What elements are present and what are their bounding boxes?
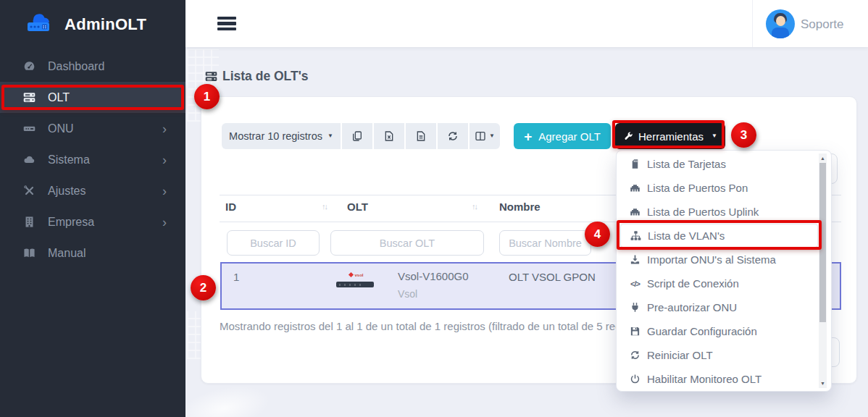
menu-item-label: Habilitar Monitoreo OLT [647,373,761,385]
tools-dropdown-menu: Lista de Tarjetas Lista de Puertos Pon L… [616,150,832,392]
sidebar-item-sistema[interactable]: Sistema › [0,144,185,175]
column-visibility-button[interactable]: ▼ [468,123,500,149]
server-icon [205,70,217,83]
columns-icon [475,130,486,142]
brand-name: AdminOLT [64,15,146,34]
menu-item-guardar-configuracion[interactable]: Guardar Configuración [617,319,831,343]
sort-icon[interactable]: ↑↓ [322,202,327,211]
menu-item-habilitar-monitoreo-olt[interactable]: Habilitar Monitoreo OLT [617,367,831,391]
sidebar-item-dashboard[interactable]: Dashboard [0,51,185,82]
show-entries-select[interactable]: Mostrar 10 registros ▼ [222,123,341,149]
download-icon [629,254,641,266]
menu-item-reiniciar-olt[interactable]: Reiniciar OLT [617,343,831,367]
tools-button[interactable]: Herramientas ▼ [615,123,725,149]
excel-file-icon [383,130,395,142]
copy-button[interactable] [341,123,372,149]
reload-table-button[interactable] [436,123,468,149]
sidebar-item-ajustes[interactable]: Ajustes › [0,175,185,206]
sync-icon [629,350,641,361]
menu-item-importar-onus[interactable]: Importar ONU's al Sistema [617,248,831,271]
sort-icon[interactable]: ↑↓ [472,202,477,211]
page-title-text: Lista de OLT's [222,69,309,84]
vsol-logo-text: vsol [354,273,363,277]
code-icon: </> [629,278,641,290]
sidebar-item-label: Ajustes [48,185,85,198]
chevron-right-icon: › [162,185,167,198]
copy-icon [351,130,363,142]
column-header-id[interactable]: ID [225,201,236,213]
building-icon [22,216,36,229]
menu-icon[interactable] [217,17,236,30]
dropdown-scrollbar[interactable]: ▲ ▼ [819,153,827,388]
onu-device-icon [22,122,36,135]
cell-olt-model: Vsol-V1600G0 [398,270,469,282]
sidebar-item-olt[interactable]: OLT [0,82,185,113]
caret-down-icon: ▼ [711,133,717,139]
cell-nombre: OLT VSOL GPON [509,271,596,283]
sidebar-item-onu[interactable]: ONU › [0,113,185,144]
user-name[interactable]: Soporte [801,17,844,32]
menu-item-label: Lista de Tarjetas [647,158,726,170]
sidebar-item-empresa[interactable]: Empresa › [0,206,185,237]
sidebar-item-label: ONU [48,122,74,135]
chevron-right-icon: › [162,216,167,229]
menu-item-script-de-conexion[interactable]: </> Script de Conexión [617,271,831,295]
menu-item-lista-de-puertos-uplink[interactable]: Lista de Puertos Uplink [617,200,831,224]
topbar-divider [752,0,753,47]
sidebar: AdminOLT Dashboard OLT ONU › [0,0,185,417]
menu-item-label: Importar ONU's al Sistema [647,253,776,266]
chevron-right-icon: › [162,153,167,167]
filter-olt-input[interactable] [330,230,484,256]
sidebar-nav: Dashboard OLT ONU › Sistema [0,51,185,269]
power-icon [629,374,641,385]
menu-item-label: Script de Conexión [647,277,739,290]
menu-item-label: Lista de Puertos Pon [647,182,748,194]
menu-item-label: Pre-autorizar ONU [647,301,737,313]
sidebar-item-manual[interactable]: Manual [0,237,185,269]
ethernet-icon [629,182,641,194]
caret-down-icon: ▼ [327,133,333,139]
refresh-icon [447,130,459,142]
cloud-icon [22,153,36,167]
vsol-logo-icon [349,272,354,277]
cell-olt-brand: Vsol [398,288,417,300]
olt-device-thumbnail: vsol [336,270,377,287]
ethernet-icon [629,206,641,218]
filter-id-input[interactable] [227,230,320,256]
wrench-icon [623,131,633,141]
menu-item-label: Guardar Configuración [647,325,757,337]
bg-wave [174,379,275,417]
menu-item-label: Reiniciar OLT [647,349,713,361]
add-olt-button[interactable]: + Agregar OLT [514,123,611,149]
sitemap-icon [630,230,642,242]
caret-down-icon: ▼ [489,133,495,139]
plug-icon [629,302,641,313]
sidebar-item-label: Empresa [48,216,94,229]
olt-device-image [336,282,374,287]
menu-item-lista-de-vlans[interactable]: Lista de VLAN's [620,224,818,248]
sidebar-item-label: Sistema [48,153,90,167]
app-window: AdminOLT Dashboard OLT ONU › [0,0,868,417]
scroll-down-icon[interactable]: ▼ [819,379,827,387]
export-excel-button[interactable] [372,123,404,149]
filter-nombre-input[interactable] [499,230,591,256]
scroll-up-icon[interactable]: ▲ [819,154,827,162]
add-olt-label: Agregar OLT [538,130,601,143]
page-title: Lista de OLT's [205,69,309,84]
scrollbar-thumb[interactable] [819,163,826,322]
sidebar-item-label: Dashboard [48,60,104,73]
menu-item-pre-autorizar-onu[interactable]: Pre-autorizar ONU [617,295,831,319]
column-header-olt[interactable]: OLT [347,201,368,213]
show-entries-label: Mostrar 10 registros [229,130,322,142]
menu-item-label: Lista de VLAN's [648,229,725,242]
brand[interactable]: AdminOLT [0,0,185,49]
menu-item-lista-de-tarjetas[interactable]: Lista de Tarjetas [617,152,831,176]
brand-logo-icon [26,14,58,35]
column-header-nombre[interactable]: Nombre [499,201,541,213]
menu-item-lista-de-puertos-pon[interactable]: Lista de Puertos Pon [617,176,831,200]
topbar: Soporte [185,0,868,47]
avatar[interactable] [766,9,795,38]
export-file-button[interactable] [404,123,436,149]
chevron-right-icon: › [162,122,167,135]
table-toolbar: Mostrar 10 registros ▼ [222,123,500,149]
